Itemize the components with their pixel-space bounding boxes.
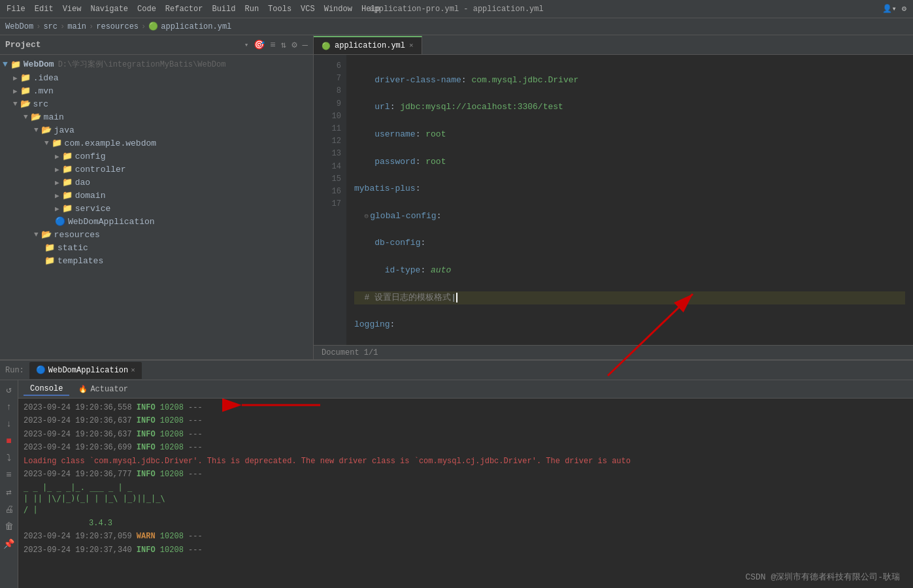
project-dropdown[interactable]: ▾ xyxy=(244,41,249,49)
breadcrumb-webdom[interactable]: WebDom xyxy=(5,22,33,31)
menu-navigate[interactable]: Navigate xyxy=(90,5,128,14)
pin-icon[interactable]: 📌 xyxy=(2,537,16,551)
menu-code[interactable]: Code xyxy=(137,5,156,14)
scroll-up-icon[interactable]: ↑ xyxy=(5,400,12,414)
menu-window[interactable]: Window xyxy=(324,5,352,14)
resources-arrow: ▼ xyxy=(34,231,39,238)
tree-main[interactable]: ▼ 📂 main xyxy=(0,110,313,123)
code-editor[interactable]: 6 7 8 9 10 11 12 13 14 15 16 17 driver-c… xyxy=(314,55,913,345)
scroll-down-icon[interactable]: ↓ xyxy=(5,417,12,431)
code-line-11: ⊖global-config: xyxy=(354,210,905,223)
src-arrow: ▼ xyxy=(13,100,18,108)
project-collapse-icon[interactable]: ≡ xyxy=(270,40,275,50)
java-label: java xyxy=(54,125,75,135)
static-folder-icon: 📁 xyxy=(44,242,55,253)
settings-icon[interactable]: ⚙ xyxy=(902,4,906,14)
log-line-2: 2023-09-24 19:20:36,637 INFO 10208 --- xyxy=(24,414,908,427)
com-arrow: ▼ xyxy=(44,139,49,147)
line-num-16: 16 xyxy=(314,186,341,198)
tree-java[interactable]: ▼ 📂 java xyxy=(0,123,313,137)
resources-folder-icon: 📂 xyxy=(41,229,52,240)
menu-run[interactable]: Run xyxy=(244,5,259,14)
tree-webdom-app[interactable]: 🔵 WebDomApplication xyxy=(0,215,313,228)
tree-src[interactable]: ▼ 📂 src xyxy=(0,97,313,110)
project-settings-icon[interactable]: ⚙ xyxy=(291,39,297,50)
console-tab[interactable]: Console xyxy=(24,383,69,396)
spring-version: 3.4.3 xyxy=(24,517,908,530)
code-line-15: logging: xyxy=(354,318,905,332)
code-content[interactable]: driver-class-name: com.mysql.jdbc.Driver… xyxy=(346,55,913,345)
run-tab-icon: 🔵 xyxy=(36,365,46,375)
line-num-8: 8 xyxy=(314,85,341,97)
code-line-12: db-config: xyxy=(354,237,905,250)
domain-label: domain xyxy=(75,191,106,201)
mvn-folder-icon: 📁 xyxy=(20,86,31,96)
menu-build[interactable]: Build xyxy=(212,5,235,14)
tree-static[interactable]: 📁 static xyxy=(0,241,313,254)
breadcrumb: WebDom › src › main › resources › 🟢 appl… xyxy=(0,18,913,35)
breadcrumb-main[interactable]: main xyxy=(67,22,86,31)
code-line-13: id-type: auto xyxy=(354,264,905,278)
com-label: com.example.webdom xyxy=(65,139,156,148)
breadcrumb-src[interactable]: src xyxy=(43,22,58,31)
project-locate-icon[interactable]: 🎯 xyxy=(254,39,265,50)
format2-icon[interactable]: ⇄ xyxy=(5,485,12,499)
run-console-content: Console 🔥Actuator 2023-09-24 19:20:36,55… xyxy=(18,380,913,588)
clear-icon[interactable]: 🗑 xyxy=(3,520,15,533)
tree-domain[interactable]: ▶ 📁 domain xyxy=(0,189,313,202)
sep2: › xyxy=(60,22,65,31)
line-num-7: 7 xyxy=(314,73,341,85)
rerun-icon[interactable]: ↺ xyxy=(5,383,12,397)
actuator-icon: 🔥 xyxy=(78,385,88,393)
breadcrumb-yaml-icon: 🟢 xyxy=(148,22,158,31)
breadcrumb-file[interactable]: application.yml xyxy=(161,22,231,31)
idea-folder-icon: 📁 xyxy=(20,73,31,83)
console-toolbar: ↺ ↑ ↓ ■ ⤵ ≡ ⇄ 🖨 🗑 📌 xyxy=(0,380,18,588)
menu-edit[interactable]: Edit xyxy=(35,5,54,14)
tab-close-button[interactable]: × xyxy=(409,42,414,50)
run-tab-webdom[interactable]: 🔵 WebDomApplication × xyxy=(29,362,142,379)
tab-yaml-icon: 🟢 xyxy=(322,42,331,50)
templates-label: templates xyxy=(58,256,103,266)
project-toolbar: Project ▾ 🎯 ≡ ⇅ ⚙ — xyxy=(0,35,313,55)
tree-controller[interactable]: ▶ 📁 controller xyxy=(0,163,313,176)
mvn-arrow: ▶ xyxy=(13,87,18,95)
project-sort-icon[interactable]: ⇅ xyxy=(281,39,286,50)
tree-config[interactable]: ▶ 📁 config xyxy=(0,150,313,163)
tree-root[interactable]: ▼ 📁 WebDom D:\学习案例\integrationMyBatis\We… xyxy=(0,57,313,71)
editor-area: 🟢 application.yml × 6 7 8 9 10 11 12 13 … xyxy=(314,35,913,359)
menu-tools[interactable]: Tools xyxy=(268,5,291,14)
log-line-7: 2023-09-24 19:20:37,340 INFO 10208 --- xyxy=(24,544,908,557)
log-line-1: 2023-09-24 19:20:36,558 INFO 10208 --- xyxy=(24,401,908,414)
run-label: Run: xyxy=(5,366,24,375)
tree-mvn[interactable]: ▶ 📁 .mvn xyxy=(0,84,313,97)
log-line-3: 2023-09-24 19:20:36,637 INFO 10208 --- xyxy=(24,428,908,441)
run-panel: Run: 🔵 WebDomApplication × ↺ ↑ ↓ ■ ⤵ ≡ ⇄… xyxy=(0,359,913,588)
breadcrumb-resources[interactable]: resources xyxy=(96,22,139,31)
tree-com[interactable]: ▼ 📁 com.example.webdom xyxy=(0,137,313,150)
tree-dao[interactable]: ▶ 📁 dao xyxy=(0,176,313,189)
project-minimize-icon[interactable]: — xyxy=(303,40,308,50)
tree-resources[interactable]: ▼ 📂 resources xyxy=(0,228,313,241)
log-line-deprecated: Loading class `com.mysql.jdbc.Driver'. T… xyxy=(24,455,908,468)
tree-templates[interactable]: 📁 templates xyxy=(0,254,313,267)
controller-folder-icon: 📁 xyxy=(62,164,73,174)
config-folder-icon: 📁 xyxy=(62,151,73,161)
tree-idea[interactable]: ▶ 📁 .idea xyxy=(0,71,313,84)
menu-view[interactable]: View xyxy=(63,5,82,14)
tab-application-yml[interactable]: 🟢 application.yml × xyxy=(314,36,422,54)
menu-refactor[interactable]: Refactor xyxy=(165,5,203,14)
menu-vcs[interactable]: VCS xyxy=(301,5,315,14)
restore-icon[interactable]: ⤵ xyxy=(5,451,12,465)
log-line-4: 2023-09-24 19:20:36,699 INFO 10208 --- xyxy=(24,441,908,454)
actuator-tab[interactable]: 🔥Actuator xyxy=(72,384,135,395)
title-right-icons: 👤▾ ⚙ xyxy=(882,4,906,14)
menu-file[interactable]: File xyxy=(7,5,25,14)
java-folder-icon: 📂 xyxy=(41,125,52,135)
user-icon[interactable]: 👤▾ xyxy=(882,4,897,14)
tree-service[interactable]: ▶ 📁 service xyxy=(0,202,313,215)
run-tab-close[interactable]: × xyxy=(131,367,135,374)
print-icon[interactable]: 🖨 xyxy=(3,503,15,516)
stop-icon[interactable]: ■ xyxy=(5,434,12,448)
format-icon[interactable]: ≡ xyxy=(5,468,12,482)
